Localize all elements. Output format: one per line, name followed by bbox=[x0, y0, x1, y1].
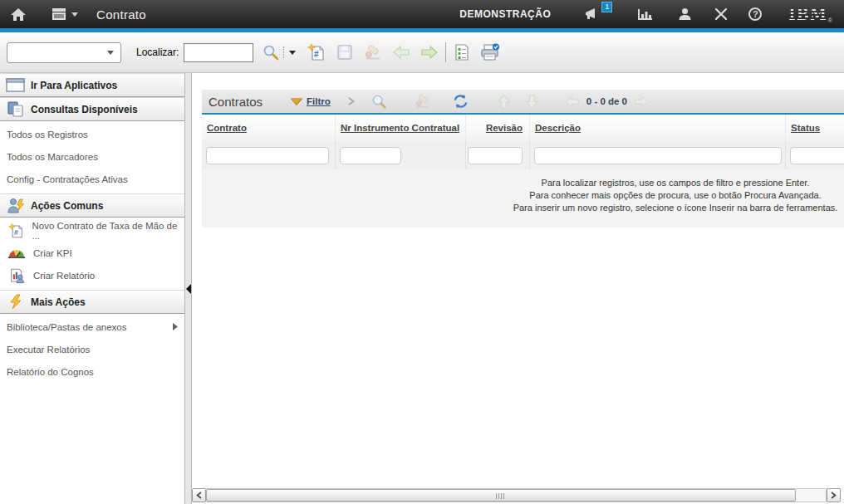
sidebar: Ir Para Aplicativos Consultas Disponívei… bbox=[0, 73, 184, 504]
previous-row-button[interactable] bbox=[495, 92, 513, 110]
filter-input-status[interactable] bbox=[790, 147, 844, 164]
save-button[interactable] bbox=[334, 42, 356, 62]
kpi-gauge-icon bbox=[7, 247, 27, 258]
filter-input-contrato[interactable] bbox=[206, 147, 329, 164]
available-queries-list: Todos os Registros Todos os Marcadores C… bbox=[0, 121, 184, 193]
help-button[interactable]: ? bbox=[748, 7, 762, 21]
scrollbar-grip bbox=[496, 493, 506, 499]
query-item-todos-os-registros[interactable]: Todos os Registros bbox=[0, 123, 184, 145]
registered-mark: ® bbox=[828, 17, 832, 23]
new-contract-icon: # bbox=[7, 223, 25, 239]
sidebar-section-go-to-applications[interactable]: Ir Para Aplicativos bbox=[0, 73, 184, 97]
column-header-contrato[interactable]: Contrato bbox=[202, 115, 335, 141]
previous-page-button[interactable] bbox=[563, 92, 581, 110]
announcements-button[interactable]: 1 bbox=[584, 7, 602, 21]
search-icon bbox=[371, 94, 387, 110]
next-record-button[interactable] bbox=[419, 42, 440, 62]
create-report-icon bbox=[7, 267, 27, 284]
table-clear-button[interactable] bbox=[414, 92, 432, 110]
profile-button[interactable] bbox=[678, 7, 692, 21]
scroll-right-icon bbox=[831, 492, 837, 499]
print-button[interactable] bbox=[479, 42, 501, 62]
main-toolbar: Localizar: # bbox=[0, 32, 844, 73]
new-record-button[interactable]: # bbox=[306, 42, 327, 62]
arrow-down-icon bbox=[525, 94, 539, 110]
scroll-right-button[interactable] bbox=[827, 488, 841, 502]
action-item-criar-kpi[interactable]: Criar KPI bbox=[0, 242, 184, 264]
action-item-executar-relatorios[interactable]: Executar Relatórios bbox=[0, 338, 184, 360]
column-header-descricao[interactable]: Descrição bbox=[529, 115, 785, 141]
table-title: Contratos bbox=[209, 95, 263, 109]
column-header-revisao[interactable]: Revisão bbox=[465, 115, 529, 141]
app-switcher-button[interactable] bbox=[50, 7, 78, 21]
chevron-right-icon bbox=[348, 97, 355, 105]
action-item-relatorio-do-cognos[interactable]: Relatório do Cognos bbox=[0, 360, 184, 383]
scroll-left-button[interactable] bbox=[192, 488, 206, 502]
select-action-button[interactable] bbox=[451, 42, 473, 62]
arrow-left-icon bbox=[392, 45, 410, 60]
sidebar-section-more-actions[interactable]: Mais Ações bbox=[0, 290, 184, 314]
scrollbar-thumb[interactable] bbox=[206, 489, 796, 502]
common-actions-list: # Novo Contrato de Taxa de Mão de ... Cr… bbox=[0, 218, 184, 290]
pagination-label: 0 - 0 de 0 bbox=[586, 96, 627, 106]
search-options-button[interactable] bbox=[286, 42, 299, 62]
bar-chart-icon bbox=[637, 8, 653, 21]
sidebar-splitter[interactable] bbox=[184, 73, 192, 504]
submenu-arrow-icon bbox=[172, 322, 178, 332]
arrow-right-icon bbox=[634, 95, 649, 108]
localizar-input[interactable] bbox=[184, 43, 253, 62]
table-search-button[interactable] bbox=[370, 92, 389, 110]
query-item-todos-os-marcadores[interactable]: Todos os Marcadores bbox=[0, 145, 184, 168]
record-combobox[interactable] bbox=[7, 42, 121, 63]
megaphone-icon bbox=[584, 7, 602, 21]
search-button[interactable] bbox=[260, 42, 282, 62]
expand-filter-chevron[interactable] bbox=[342, 92, 361, 110]
help-line-1: Para localizar registros, use os campos … bbox=[202, 177, 844, 189]
previous-record-button[interactable] bbox=[390, 42, 412, 62]
help-line-2: Para conhecer mais opções de procura, us… bbox=[202, 189, 844, 202]
svg-text:#: # bbox=[14, 228, 18, 237]
sidebar-section-available-queries[interactable]: Consultas Disponíveis bbox=[0, 97, 184, 121]
person-icon bbox=[678, 7, 692, 21]
action-item-novo-contrato[interactable]: # Novo Contrato de Taxa de Mão de ... bbox=[0, 219, 184, 242]
collapse-sidebar-handle[interactable] bbox=[186, 284, 191, 294]
table-header-row: Contrato Nr Instrumento Contratual Revis… bbox=[202, 115, 844, 141]
filter-input-revisao[interactable] bbox=[468, 147, 523, 164]
help-line-3: Para inserir um novo registro, selecione… bbox=[202, 202, 844, 214]
action-item-criar-relatorio[interactable]: Criar Relatório bbox=[0, 264, 184, 286]
checklist-icon bbox=[454, 43, 470, 61]
notification-badge: 1 bbox=[601, 2, 612, 12]
column-header-nr-instrumento[interactable]: Nr Instrumento Contratual bbox=[335, 115, 465, 141]
application-window-icon bbox=[4, 78, 27, 93]
sidebar-section-common-actions[interactable]: Ações Comuns bbox=[0, 193, 184, 218]
eraser-icon bbox=[415, 94, 431, 109]
logout-button[interactable] bbox=[714, 7, 728, 21]
action-item-biblioteca-pastas-anexos[interactable]: Biblioteca/Pastas de anexos bbox=[0, 316, 184, 338]
column-header-status[interactable]: Status bbox=[785, 115, 844, 141]
svg-text:#: # bbox=[314, 50, 319, 59]
filter-toggle[interactable]: Filtro bbox=[291, 96, 331, 106]
filter-input-descricao[interactable] bbox=[534, 147, 782, 164]
arrow-right-icon bbox=[420, 45, 439, 60]
ibm-logo: IBM ® bbox=[788, 6, 832, 23]
main-content: Contratos Filtro bbox=[192, 73, 844, 504]
scrollbar-track[interactable] bbox=[206, 488, 827, 502]
new-record-icon: # bbox=[307, 43, 326, 61]
next-page-button[interactable] bbox=[632, 92, 650, 110]
home-icon[interactable] bbox=[10, 7, 27, 22]
scroll-left-icon bbox=[196, 492, 202, 499]
filter-input-nr-instrumento[interactable] bbox=[340, 147, 401, 164]
chevron-down-icon bbox=[289, 51, 296, 55]
query-item-config-contratacoes-ativas[interactable]: Config - Contratações Ativas bbox=[0, 168, 184, 190]
contracts-table: Contratos Filtro bbox=[202, 90, 844, 228]
top-bar: Contrato DEMONSTRAÇÃO 1 bbox=[0, 0, 844, 28]
refresh-button[interactable] bbox=[452, 92, 470, 110]
stacked-windows-icon bbox=[50, 7, 68, 21]
arrow-left-icon bbox=[565, 95, 580, 108]
save-icon bbox=[336, 44, 353, 61]
next-row-button[interactable] bbox=[523, 92, 542, 110]
printer-icon bbox=[480, 43, 500, 61]
clear-changes-button[interactable] bbox=[362, 42, 384, 62]
empty-table-help: Para localizar registros, use os campos … bbox=[202, 169, 844, 228]
reports-button[interactable] bbox=[637, 8, 653, 21]
